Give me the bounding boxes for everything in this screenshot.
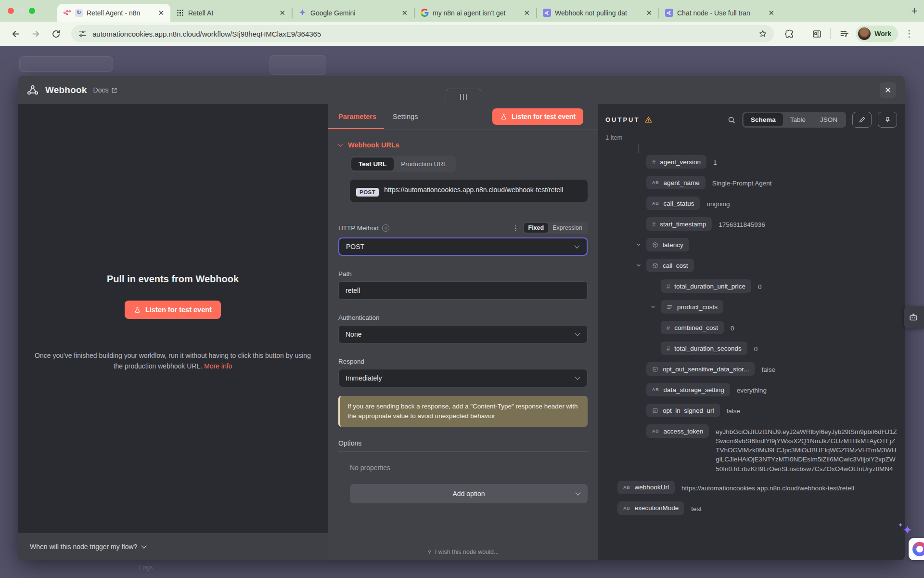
listen-test-event-button-top[interactable]: Listen for test event [492, 108, 583, 125]
schema-value: Single-Prompt Agent [712, 176, 897, 188]
media-controls-icon[interactable] [835, 25, 853, 42]
trigger-question-bar[interactable]: When will this node trigger my flow? [18, 533, 328, 560]
browser-tab[interactable]: Google Gemini✕ [293, 4, 414, 22]
url-text[interactable]: automationcookies.app.n8n.cloud/workflow… [92, 30, 753, 38]
schema-key-pill[interactable]: ABaccess_token [646, 424, 709, 438]
warning-triangle-icon[interactable] [644, 116, 653, 124]
new-tab-button[interactable]: + [905, 0, 924, 22]
schema-value: 0 [758, 279, 897, 291]
more-info-link[interactable]: More info [204, 362, 232, 370]
tab-title: Retell Agent - n8n [87, 9, 153, 17]
close-window-button[interactable] [8, 8, 14, 14]
table-view-toggle[interactable]: Table [783, 113, 813, 126]
browser-tab[interactable]: Retell AI✕ [170, 4, 292, 22]
docs-link[interactable]: Docs [93, 86, 118, 94]
menu-dots-icon[interactable]: ⋮ [901, 28, 917, 39]
window-controls [0, 0, 35, 22]
tab-close-icon[interactable]: ✕ [400, 9, 409, 17]
brand-logo-icon[interactable] [909, 538, 924, 560]
tab-close-icon[interactable]: ✕ [278, 9, 287, 17]
browser-tab[interactable]: ↻Retell Agent - n8n✕ [57, 4, 170, 22]
browser-tab[interactable]: my n8n ai agent isn't get✕ [415, 4, 536, 22]
tab-settings[interactable]: Settings [393, 104, 418, 129]
ai-sparkles-icon[interactable]: ✦✦ [902, 524, 912, 536]
sync-badge-icon: ↻ [75, 9, 83, 17]
logs-label[interactable]: Logs [139, 564, 153, 571]
schema-key-pill[interactable]: #total_duration_seconds [661, 342, 747, 355]
edit-pencil-icon[interactable] [852, 112, 872, 128]
schema-key-pill[interactable]: ABdata_storage_setting [646, 383, 730, 396]
chevron-down-icon[interactable] [636, 263, 642, 268]
schema-value: test [691, 501, 897, 513]
tab-parameters[interactable]: Parameters [338, 104, 376, 129]
schema-key-pill[interactable]: product_costs [661, 300, 723, 314]
zoom-window-button[interactable] [29, 8, 35, 14]
schema-key: combined_cost [674, 324, 718, 331]
respond-select[interactable]: Immediately [338, 369, 588, 387]
address-bar[interactable]: automationcookies.app.n8n.cloud/workflow… [71, 25, 774, 42]
schema-view-toggle[interactable]: Schema [744, 113, 783, 126]
tab-close-icon[interactable]: ✕ [767, 9, 776, 17]
extensions-puzzle-icon[interactable] [781, 25, 798, 42]
expression-toggle[interactable]: Expression [548, 223, 587, 233]
http-method-select[interactable]: POST [338, 237, 588, 256]
back-icon[interactable] [7, 25, 24, 42]
help-circle-icon[interactable]: ? [382, 224, 389, 232]
checkbox-icon [652, 366, 658, 372]
tab-title: my n8n ai agent isn't get [433, 9, 518, 17]
schema-key-pill[interactable]: #total_duration_unit_price [661, 279, 751, 293]
schema-key-pill[interactable]: opt_out_sensitive_data_stor... [646, 362, 755, 376]
tab-close-icon[interactable]: ✕ [644, 9, 654, 17]
ab-letters-icon: AB [623, 506, 630, 511]
minimize-window-button[interactable] [18, 8, 25, 14]
drag-handle-icon[interactable] [446, 89, 481, 105]
add-option-button[interactable]: Add option [350, 484, 588, 503]
profile-chip[interactable]: Work [856, 26, 898, 42]
close-icon[interactable]: ✕ [880, 82, 896, 98]
schema-key-pill[interactable]: latency [646, 238, 689, 251]
side-panel-search-icon[interactable] [808, 25, 825, 42]
webhook-url-box[interactable]: POST https://automationcookies.app.n8n.c… [350, 180, 588, 202]
schema-row: ABagent_nameSingle-Prompt Agent [605, 176, 897, 189]
schema-key-pill[interactable]: #combined_cost [661, 321, 724, 334]
hash-icon: # [667, 324, 670, 331]
options-dots-icon[interactable]: ⋮ [513, 224, 519, 232]
schema-key: webhookUrl [635, 484, 669, 491]
schema-key-pill[interactable]: opt_in_signed_url [646, 404, 720, 417]
reload-icon[interactable] [47, 25, 64, 42]
chevron-down-icon[interactable] [636, 242, 642, 248]
browser-tab[interactable]: Chat node - Use full tran✕ [659, 4, 781, 22]
search-icon[interactable] [727, 116, 736, 124]
test-url-toggle[interactable]: Test URL [351, 158, 394, 171]
schema-key-pill[interactable]: ABcall_status [646, 197, 700, 210]
production-url-toggle[interactable]: Production URL [394, 158, 454, 171]
node-wish-link[interactable]: I wish this node would... [328, 549, 598, 555]
listen-test-event-button[interactable]: Listen for test event [125, 301, 221, 319]
schema-value: ongoing [706, 197, 897, 209]
path-input[interactable] [338, 281, 588, 300]
chevron-down-icon[interactable] [650, 304, 656, 310]
pin-icon[interactable] [878, 112, 897, 128]
site-info-icon[interactable] [78, 29, 87, 38]
item-count: 1 item [605, 134, 897, 141]
schema-key-pill[interactable]: ABagent_name [646, 176, 706, 189]
json-view-toggle[interactable]: JSON [813, 113, 845, 126]
tab-close-icon[interactable]: ✕ [522, 9, 531, 17]
assistant-robot-icon[interactable] [904, 306, 924, 328]
retell-grid-icon [176, 9, 184, 17]
tab-close-icon[interactable]: ✕ [156, 9, 166, 17]
authentication-select[interactable]: None [338, 325, 588, 343]
browser-tab[interactable]: Webhook not pulling dat✕ [537, 4, 658, 22]
bookmark-star-icon[interactable] [758, 29, 767, 38]
schema-key-pill[interactable]: ABwebhookUrl [617, 481, 675, 494]
fixed-toggle[interactable]: Fixed [524, 223, 549, 233]
schema-key-pill[interactable]: call_cost [646, 259, 694, 272]
forward-icon[interactable] [27, 25, 44, 42]
schema-key-pill[interactable]: #agent_version [646, 155, 706, 169]
schema-key-pill[interactable]: ABexecutionMode [617, 501, 684, 515]
schema-key-pill[interactable]: #start_timestamp [646, 217, 712, 231]
webhook-urls-section[interactable]: Webhook URLs [338, 141, 588, 149]
cube-icon [652, 242, 658, 248]
production-hint-text: Once you've finished building your workf… [35, 352, 311, 370]
webhook-node-icon [26, 84, 39, 96]
